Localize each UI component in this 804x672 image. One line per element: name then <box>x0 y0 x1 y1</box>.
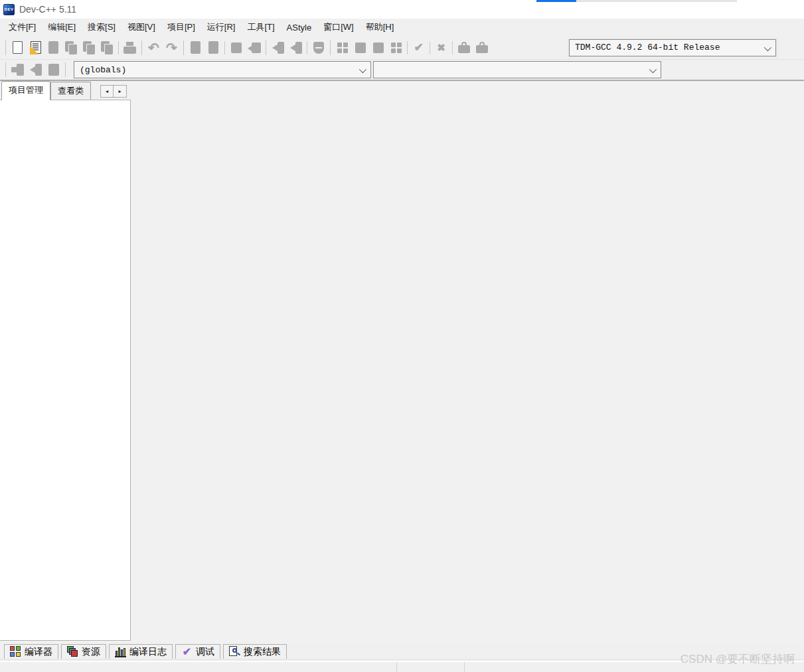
save-button[interactable] <box>44 39 62 57</box>
compiler-select-value: TDM-GCC 4.9.2 64-bit Release <box>575 42 720 52</box>
run-icon <box>231 42 242 53</box>
open-file-button[interactable] <box>27 39 44 57</box>
menu-help[interactable]: 帮助[H] <box>360 19 400 36</box>
editor-area <box>131 81 804 643</box>
chevron-down-icon <box>649 66 657 73</box>
add-to-project-button[interactable] <box>351 39 369 57</box>
bottom-panel-tabs: 编译器 资源 编译日志 ✔ 调试 搜索结果 <box>0 643 804 661</box>
stop-execution-button[interactable] <box>309 39 327 57</box>
project-options-icon <box>391 42 402 53</box>
goto-definition-button[interactable] <box>27 61 44 78</box>
rebuild-all-button[interactable] <box>204 39 222 57</box>
tab-compiler-label: 编译器 <box>25 646 52 658</box>
tab-debug[interactable]: ✔ 调试 <box>175 644 220 659</box>
menu-view[interactable]: 视图[V] <box>121 19 161 36</box>
toolbar-separator <box>118 41 119 54</box>
undo-button[interactable]: ↶ <box>145 39 163 57</box>
package-icon <box>458 42 470 53</box>
toolbar-gripper <box>183 41 184 55</box>
syntax-check-button[interactable]: ✔ <box>410 39 428 57</box>
menu-tools[interactable]: 工具[T] <box>241 19 280 36</box>
menu-astyle[interactable]: AStyle <box>281 20 318 35</box>
profile-button[interactable] <box>287 39 305 57</box>
open-file-icon <box>31 41 41 54</box>
menu-window[interactable]: 窗口[W] <box>317 19 360 36</box>
menu-project[interactable]: 项目[P] <box>161 19 201 36</box>
tab-compiler[interactable]: 编译器 <box>4 644 58 659</box>
arrow-right-icon: ▸ <box>118 88 121 94</box>
close-icon <box>83 41 96 54</box>
tab-class-browser[interactable]: 查看类 <box>50 82 91 100</box>
title-bar: DEV Dev-C++ 5.11 <box>0 0 804 19</box>
close-button[interactable] <box>80 39 98 57</box>
status-cell-main <box>0 662 397 672</box>
class-browser-toolbar: (globals) <box>0 60 804 81</box>
run-button[interactable] <box>227 39 245 57</box>
compile-icon <box>191 41 201 54</box>
toolbar-gripper <box>330 41 331 55</box>
add-to-project-icon <box>355 42 366 53</box>
remove-from-project-icon <box>373 42 384 53</box>
tab-debug-label: 调试 <box>196 646 214 658</box>
print-button[interactable] <box>121 39 139 57</box>
tab-compile-log[interactable]: 编译日志 <box>109 644 173 659</box>
progress-strip-track <box>576 0 737 2</box>
tab-project-manager[interactable]: 项目管理 <box>1 81 50 100</box>
tab-resources-label: 资源 <box>82 646 100 658</box>
status-cell-middle <box>397 662 465 672</box>
toolbar-gripper <box>5 41 6 55</box>
menu-file[interactable]: 文件[F] <box>3 19 42 36</box>
package-manager-button[interactable] <box>473 39 491 57</box>
window-title: Dev-C++ 5.11 <box>19 4 76 15</box>
toolbar-separator <box>407 41 408 54</box>
goto-member-icon <box>48 64 59 76</box>
menu-edit[interactable]: 编辑[E] <box>42 19 82 36</box>
progress-strip-blue <box>536 0 576 2</box>
redo-button[interactable]: ↷ <box>163 39 181 57</box>
tab-scroll-right-button[interactable]: ▸ <box>114 85 127 98</box>
member-select[interactable] <box>373 61 661 78</box>
scope-select[interactable]: (globals) <box>74 61 371 78</box>
undo-icon: ↶ <box>148 40 159 56</box>
stop-execution-icon <box>313 42 324 54</box>
new-file-icon <box>13 41 23 54</box>
toolbar-gripper <box>266 41 266 55</box>
menu-search[interactable]: 搜索[S] <box>82 19 121 36</box>
main-area: 项目管理 查看类 ◂ ▸ <box>0 81 804 643</box>
search-results-icon <box>229 646 240 657</box>
tab-search-results[interactable]: 搜索结果 <box>223 644 287 659</box>
new-project-button[interactable] <box>333 39 351 57</box>
goto-member-button[interactable] <box>44 61 62 78</box>
compile-and-run-button[interactable] <box>245 39 263 57</box>
toolbar-separator <box>307 41 307 54</box>
debug-button[interactable] <box>269 39 287 57</box>
menu-run[interactable]: 运行[R] <box>201 19 242 36</box>
tab-scroll-left-button[interactable]: ◂ <box>100 85 114 98</box>
tab-search-results-label: 搜索结果 <box>244 646 281 658</box>
compile-button[interactable] <box>187 39 204 57</box>
project-options-button[interactable] <box>387 39 405 57</box>
toolbar-gripper <box>65 62 66 77</box>
sidebar-tab-strip: 项目管理 查看类 ◂ ▸ <box>0 81 131 100</box>
arrow-left-icon: ◂ <box>106 88 108 94</box>
new-file-button[interactable] <box>9 39 27 57</box>
close-all-button[interactable] <box>98 39 116 57</box>
status-bar <box>0 661 804 672</box>
status-cell-right <box>465 662 804 672</box>
project-tree-panel[interactable] <box>0 100 131 641</box>
save-all-icon <box>65 41 78 54</box>
toolbar-separator <box>224 41 225 54</box>
compile-log-chart-icon <box>115 646 126 657</box>
print-icon <box>123 42 136 54</box>
tab-resources[interactable]: 资源 <box>61 644 106 659</box>
save-all-button[interactable] <box>62 39 80 57</box>
toolbar-separator <box>430 41 430 54</box>
remove-from-project-button[interactable] <box>369 39 387 57</box>
goto-declaration-button[interactable] <box>9 61 27 78</box>
debug-check-icon: ✔ <box>181 646 193 657</box>
compiler-grid-icon <box>10 646 21 657</box>
abort-button[interactable]: ✖ <box>432 39 450 57</box>
check-icon: ✔ <box>414 41 423 54</box>
compiler-select[interactable]: TDM-GCC 4.9.2 64-bit Release <box>569 39 776 56</box>
package-button[interactable] <box>455 39 473 57</box>
